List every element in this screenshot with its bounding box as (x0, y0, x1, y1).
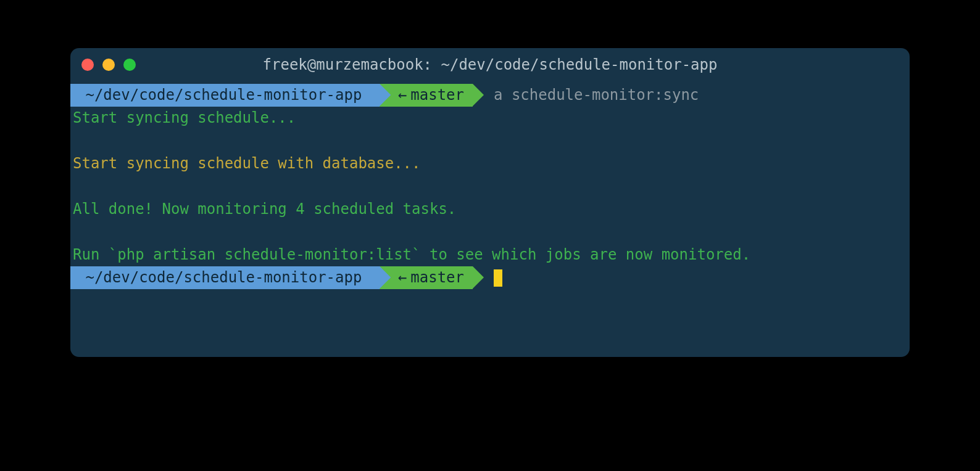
blank-line (70, 129, 910, 152)
prompt-branch: ←master (380, 84, 473, 107)
window-title: freek@murzemacbook: ~/dev/code/schedule-… (70, 56, 910, 73)
branch-name: master (410, 84, 464, 107)
minimize-icon[interactable] (102, 59, 115, 71)
output-line: All done! Now monitoring 4 scheduled tas… (70, 198, 910, 221)
prompt-branch: ←master (380, 266, 473, 289)
output-line: Run `php artisan schedule-monitor:list` … (70, 244, 910, 266)
arrow-left-icon: ← (398, 266, 407, 289)
terminal-window[interactable]: freek@murzemacbook: ~/dev/code/schedule-… (70, 48, 910, 357)
command-text: a schedule-monitor:sync (473, 84, 699, 107)
arrow-left-icon: ← (398, 84, 407, 107)
traffic-lights (81, 59, 136, 71)
prompt-line-2: ~/dev/code/schedule-monitor-app ←master (70, 266, 910, 289)
zoom-icon[interactable] (123, 59, 136, 71)
cursor (494, 269, 502, 287)
output-line: Start syncing schedule... (70, 107, 910, 129)
output-line: Start syncing schedule with database... (70, 152, 910, 175)
prompt-line-1: ~/dev/code/schedule-monitor-app ←master … (70, 84, 910, 107)
terminal-body[interactable]: ~/dev/code/schedule-monitor-app ←master … (70, 81, 910, 289)
prompt-path: ~/dev/code/schedule-monitor-app (70, 266, 380, 289)
close-icon[interactable] (81, 59, 94, 71)
prompt-path: ~/dev/code/schedule-monitor-app (70, 84, 380, 107)
titlebar: freek@murzemacbook: ~/dev/code/schedule-… (70, 48, 910, 81)
blank-line (70, 221, 910, 244)
branch-name: master (410, 266, 464, 289)
blank-line (70, 175, 910, 198)
